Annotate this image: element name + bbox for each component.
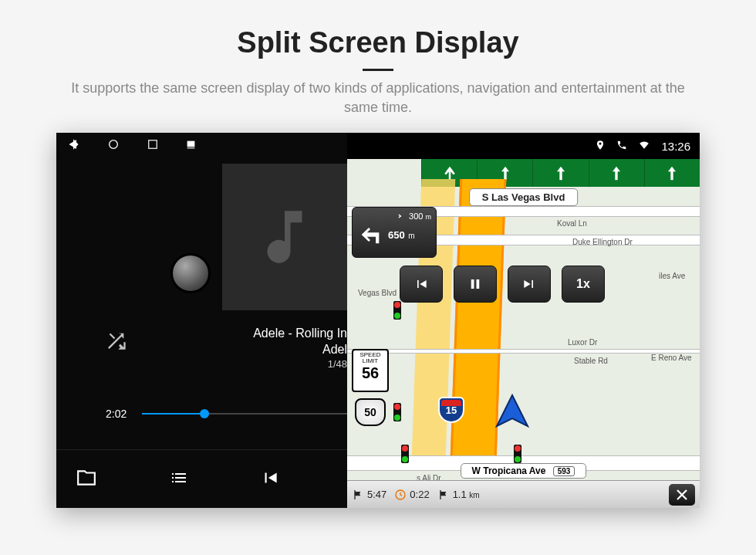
next-turn-distance: 300 m [409,212,431,221]
road-label: Vegas Blvd [358,289,397,297]
svg-marker-12 [668,167,676,172]
track-title: Adele - Rolling In [253,326,347,342]
album-art-placeholder [222,164,347,310]
svg-marker-16 [497,395,528,426]
speed-limit-sign: SPEED LIMIT 56 [352,349,389,392]
music-note-icon [250,202,319,272]
svg-rect-4 [187,148,195,149]
page-title: Split Screen Display [237,26,518,59]
nav-pause-button[interactable] [454,266,497,303]
svg-marker-0 [69,140,76,149]
navigation-pane: 13:26 Koval Ln Duke Ellington Dr Vegas B… [347,133,700,508]
title-underline [363,69,393,71]
status-time: 13:26 [661,140,690,153]
svg-rect-15 [477,279,480,289]
distance-remaining-stat: 1.1 km [437,489,480,501]
progress-bar[interactable] [142,413,347,415]
highway-shield: 50 [355,398,386,426]
svg-point-1 [110,140,118,149]
turn-right-small-icon [393,211,404,222]
nav-prev-button[interactable] [400,266,443,303]
folder-button[interactable] [75,468,98,491]
turn-left-icon [357,222,383,248]
skip-next-icon [521,276,537,292]
road-label: iles Ave [659,272,685,280]
page-subtitle: It supports the same screen display of t… [62,79,694,117]
wifi-icon [638,140,650,153]
phone-icon [616,140,627,153]
location-icon [595,140,606,153]
nav-media-controls: 1x [400,266,605,303]
road-label: Koval Ln [557,219,587,228]
time-remaining-stat: 0:22 [394,489,429,501]
progress-knob[interactable] [200,409,209,418]
traffic-light-icon [393,301,401,320]
progress-row: 2:02 [106,408,347,420]
traffic-light-icon [393,403,401,421]
road-label: Duke Ellington Dr [572,238,633,246]
lane-arrow [589,159,644,187]
svg-rect-3 [187,141,195,147]
road-label: E Reno Ave [651,354,692,362]
route-ref-badge: 593 [553,466,575,476]
player-bottom-bar [56,449,347,508]
track-index: 1/48 [253,358,347,371]
nav-status-bar: 5:47 0:22 1.1 km [347,480,700,508]
music-player-pane: Adele - Rolling In Adel 1/48 2:02 [56,133,347,508]
shuffle-icon [106,330,127,351]
svg-rect-13 [671,171,673,181]
traffic-light-icon [401,445,409,463]
svg-marker-8 [557,167,565,172]
speed-limit-value: 56 [353,364,387,382]
turn-instruction-panel: 300 m 650 m [352,207,437,258]
main-turn-distance: 650 m [388,228,415,242]
nav-close-button[interactable] [669,484,695,506]
svg-rect-14 [471,279,474,289]
current-street-label: S Las Vegas Blvd [469,188,579,206]
android-status-bar: 13:26 [347,133,700,159]
list-icon [167,469,191,487]
track-info: Adele - Rolling In Adel 1/48 [253,326,347,371]
skip-previous-icon [260,468,280,488]
svg-rect-11 [616,171,618,181]
current-position-arrow [494,392,531,432]
home-icon[interactable] [107,138,120,154]
joystick-knob[interactable] [170,253,211,293]
eta-stat: 5:47 [352,489,386,501]
track-artist: Adel [253,342,347,358]
flag-icon [437,489,450,501]
folder-icon [75,468,98,488]
skip-previous-icon [413,276,429,292]
flag-icon [352,489,364,501]
device-frame: Adele - Rolling In Adel 1/48 2:02 [56,133,700,508]
svg-rect-9 [559,171,562,181]
road-label: Luxor Dr [568,338,597,347]
notification-icon[interactable] [186,139,196,153]
recent-apps-icon[interactable] [147,139,158,153]
svg-marker-6 [501,167,509,172]
svg-marker-10 [613,167,620,172]
playlist-button[interactable] [167,469,191,490]
next-street-label: W Tropicana Ave 593 [461,463,587,479]
android-nav-bar [56,133,347,159]
close-icon [675,488,689,502]
svg-marker-5 [446,167,454,172]
nav-next-button[interactable] [508,266,551,303]
clock-icon [394,489,407,501]
lane-arrow [644,159,700,187]
previous-track-button[interactable] [260,468,280,491]
pause-icon [468,276,482,292]
lane-arrow [532,159,588,187]
back-icon[interactable] [67,138,79,154]
shuffle-button[interactable] [106,330,127,354]
elapsed-time: 2:02 [106,408,127,420]
speed-limit-label: LIMIT [353,358,387,364]
map-road [347,349,700,354]
traffic-light-icon [514,445,521,463]
svg-rect-2 [149,140,157,149]
playback-speed-button[interactable]: 1x [562,266,605,303]
lane-guidance-bar [347,159,700,187]
road-label: Stable Rd [574,357,608,365]
